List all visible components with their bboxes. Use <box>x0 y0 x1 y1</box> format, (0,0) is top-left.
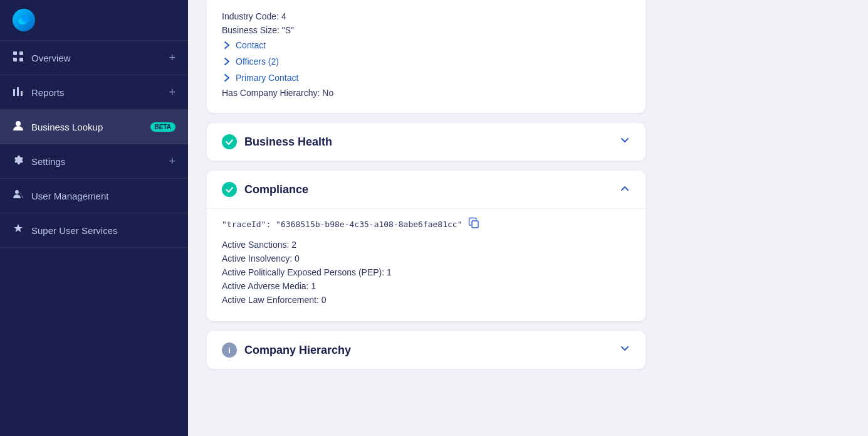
sidebar-item-settings[interactable]: Settings + <box>0 144 188 179</box>
svg-rect-11 <box>472 221 478 228</box>
main-content: Industry Code: 4 Business Size: "S" Cont… <box>188 0 868 436</box>
svg-rect-8 <box>21 91 23 96</box>
trace-id-text: "traceId": "6368515b-b98e-4c35-a108-8abe… <box>222 220 463 229</box>
sidebar-item-reports[interactable]: Reports + <box>0 75 188 110</box>
svg-rect-6 <box>13 89 15 96</box>
primary-contact-row[interactable]: Primary Contact <box>222 72 630 84</box>
company-hierarchy-header[interactable]: i Company Hierarchy <box>207 331 646 369</box>
svg-rect-7 <box>17 87 19 96</box>
compliance-header[interactable]: Compliance <box>207 171 646 208</box>
svg-point-9 <box>16 121 21 126</box>
company-hierarchy-chevron-icon[interactable] <box>619 343 630 358</box>
business-size-line: Business Size: "S" <box>222 25 630 35</box>
business-lookup-icon <box>13 120 24 134</box>
contact-row[interactable]: Contact <box>222 39 630 51</box>
compliance-section: Compliance "traceId": "6368515b-b98e-4c3… <box>207 171 646 321</box>
primary-contact-chevron-icon[interactable] <box>222 73 232 83</box>
svg-point-1 <box>22 16 29 23</box>
svg-point-10 <box>15 190 19 194</box>
officers-label[interactable]: Officers (2) <box>236 56 279 66</box>
law-enforcement-line: Active Law Enforcement: 0 <box>222 295 630 305</box>
company-hierarchy-info-icon: i <box>222 343 237 358</box>
adverse-media-line: Active Adverse Media: 1 <box>222 281 630 291</box>
pep-line: Active Politically Exposed Persons (PEP)… <box>222 267 630 277</box>
contact-chevron-icon[interactable] <box>222 40 232 50</box>
reports-plus-icon[interactable]: + <box>169 86 175 99</box>
app-logo <box>13 9 35 31</box>
user-management-icon <box>13 189 24 203</box>
business-health-title: Business Health <box>244 136 619 149</box>
settings-icon <box>13 154 24 168</box>
overview-plus-icon[interactable]: + <box>169 51 175 65</box>
sidebar: Overview + Reports + Business Lookup BET… <box>0 0 188 436</box>
sidebar-item-business-lookup[interactable]: Business Lookup BETA <box>0 110 188 144</box>
overview-icon <box>13 51 24 65</box>
reports-icon <box>13 85 24 99</box>
compliance-chevron-icon[interactable] <box>619 183 630 197</box>
sidebar-item-overview[interactable]: Overview + <box>0 41 188 75</box>
sidebar-item-business-lookup-label: Business Lookup <box>31 122 145 132</box>
insolvency-line: Active Insolvency: 0 <box>222 253 630 263</box>
primary-contact-label[interactable]: Primary Contact <box>236 73 298 83</box>
industry-code-line: Industry Code: 4 <box>222 11 630 21</box>
content-area: Industry Code: 4 Business Size: "S" Cont… <box>188 0 664 398</box>
compliance-title: Compliance <box>244 183 619 196</box>
officers-row[interactable]: Officers (2) <box>222 55 630 68</box>
svg-rect-4 <box>19 51 23 55</box>
has-hierarchy-line: Has Company Hierarchy: No <box>222 88 630 98</box>
compliance-body: "traceId": "6368515b-b98e-4c35-a108-8abe… <box>207 208 646 321</box>
settings-plus-icon[interactable]: + <box>169 155 175 168</box>
business-health-chevron-icon[interactable] <box>619 135 630 149</box>
super-user-services-icon <box>13 223 24 237</box>
trace-id-row: "traceId": "6368515b-b98e-4c35-a108-8abe… <box>222 216 630 232</box>
sidebar-item-user-management-label: User Management <box>31 191 175 201</box>
sidebar-item-user-management[interactable]: User Management <box>0 179 188 213</box>
business-health-header[interactable]: Business Health <box>207 123 646 161</box>
copy-icon[interactable] <box>468 216 480 232</box>
business-health-check-icon <box>222 134 237 149</box>
beta-badge: BETA <box>150 122 175 132</box>
sidebar-item-settings-label: Settings <box>31 156 169 167</box>
svg-rect-3 <box>13 58 17 61</box>
svg-rect-5 <box>19 58 23 61</box>
company-hierarchy-title: Company Hierarchy <box>244 344 619 357</box>
contact-label[interactable]: Contact <box>236 40 266 50</box>
sanctions-line: Active Sanctions: 2 <box>222 240 630 250</box>
officers-chevron-icon[interactable] <box>222 56 232 66</box>
compliance-check-icon <box>222 182 237 197</box>
sidebar-item-overview-label: Overview <box>31 53 169 63</box>
business-health-section: Business Health <box>207 123 646 161</box>
business-info-section: Industry Code: 4 Business Size: "S" Cont… <box>207 0 646 113</box>
svg-rect-2 <box>13 51 17 55</box>
sidebar-item-super-user-services-label: Super User Services <box>31 225 175 236</box>
sidebar-item-super-user-services[interactable]: Super User Services <box>0 213 188 248</box>
sidebar-item-reports-label: Reports <box>31 87 169 98</box>
sidebar-logo <box>0 0 188 41</box>
company-hierarchy-section: i Company Hierarchy <box>207 331 646 369</box>
